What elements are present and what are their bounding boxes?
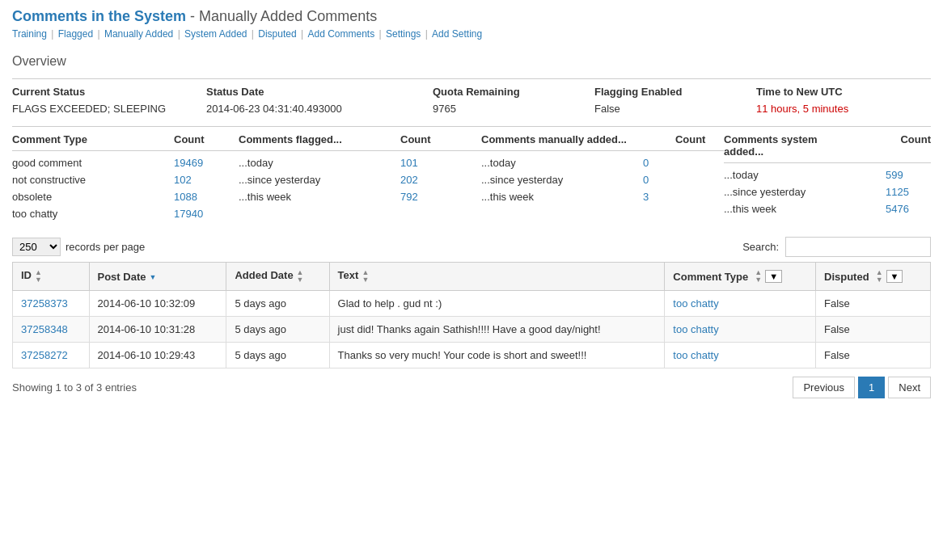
sort-arrows-post_date: ▼ <box>149 274 156 281</box>
nav-separator: | <box>422 28 430 40</box>
td-comment-type: too chatty <box>665 343 816 368</box>
counts-row-count: 1125 <box>886 186 909 198</box>
th-dropdown-btn-disputed[interactable]: ▼ <box>886 270 903 283</box>
flagging-value: False <box>594 103 756 115</box>
counts-row-count: 101 <box>400 157 418 169</box>
td-text: Thanks so very much! Your code is short … <box>329 343 665 368</box>
th-label-id: ID <box>21 269 32 281</box>
th-dropdown-disputed: Disputed▲▼▼ <box>824 269 903 284</box>
counts-col-0: Comment TypeCountgood comment19469not co… <box>12 133 239 222</box>
search-label: Search: <box>742 241 779 253</box>
page-1-button[interactable]: 1 <box>858 377 885 398</box>
counts-row-label: good comment <box>12 157 125 169</box>
counts-row-0-2: obsolete1088 <box>12 188 239 205</box>
nav-links: Training | Flagged | Manually Added | Sy… <box>12 28 931 40</box>
showing-text: Showing 1 to 3 of 3 entries <box>12 381 137 394</box>
counts-row-count: 17940 <box>174 208 203 220</box>
td-added-date: 5 days ago <box>226 317 329 343</box>
nav-link-settings[interactable]: Settings <box>386 28 421 40</box>
counts-col-header-1: Comments flagged...Count <box>239 133 481 151</box>
counts-row-count: 3 <box>643 191 649 203</box>
previous-button[interactable]: Previous <box>793 377 855 398</box>
row-comment-type-link[interactable]: too chatty <box>673 323 718 335</box>
th-dropdown-btn-comment_type[interactable]: ▼ <box>765 270 782 283</box>
data-table: ID▲▼Post Date▼Added Date▲▼Text▲▼Comment … <box>12 262 931 368</box>
time-value: 11 hours, 5 minutes <box>756 103 931 115</box>
td-disputed: False <box>816 291 931 317</box>
counts-row-0-0: good comment19469 <box>12 154 239 171</box>
row-id-link[interactable]: 37258348 <box>21 323 68 335</box>
quota-header: Quota Remaining <box>433 86 594 103</box>
counts-row-label: ...since yesterday <box>481 174 594 186</box>
row-comment-type-link[interactable]: too chatty <box>673 297 718 309</box>
td-disputed: False <box>816 317 931 343</box>
nav-link-disputed[interactable]: Disputed <box>258 28 296 40</box>
row-comment-type-link[interactable]: too chatty <box>673 349 718 361</box>
sort-arrows-id: ▲▼ <box>35 269 42 284</box>
counts-row-label: not constructive <box>12 174 125 186</box>
counts-row-count: 202 <box>400 174 418 186</box>
counts-row-count: 0 <box>643 157 649 169</box>
td-post-date: 2014-06-10 10:32:09 <box>89 291 226 317</box>
counts-row-count: 0 <box>643 174 649 186</box>
page-title: Comments in the System <box>12 8 186 24</box>
row-id-link[interactable]: 37258272 <box>21 349 68 361</box>
counts-count-header: Count <box>675 133 706 145</box>
counts-row-count: 599 <box>886 169 903 181</box>
row-id-link[interactable]: 37258373 <box>21 297 68 309</box>
counts-row-label: ...today <box>724 169 837 181</box>
th-disputed[interactable]: Disputed▲▼▼ <box>816 263 931 291</box>
counts-row-label: ...today <box>239 157 352 169</box>
counts-row-count: 1088 <box>174 191 197 203</box>
nav-link-manually-added[interactable]: Manually Added <box>104 28 173 40</box>
table-row: 372583482014-06-10 10:31:285 days agojus… <box>13 317 931 343</box>
th-post_date[interactable]: Post Date▼ <box>89 263 226 291</box>
td-comment-type: too chatty <box>665 291 816 317</box>
td-added-date: 5 days ago <box>226 291 329 317</box>
counts-row-count: 5476 <box>886 203 909 215</box>
td-text: Glad to help . gud nt :) <box>329 291 665 317</box>
counts-row-label: ...since yesterday <box>239 174 352 186</box>
counts-row-count: 19469 <box>174 157 203 169</box>
records-per-page-select[interactable]: 250 100 50 <box>12 238 61 256</box>
records-per-page-area: 250 100 50 records per page <box>12 238 145 256</box>
nav-separator: | <box>248 28 256 40</box>
search-input[interactable] <box>785 237 931 257</box>
nav-link-add-setting[interactable]: Add Setting <box>432 28 482 40</box>
counts-type-header: Comments manually added... <box>481 133 627 145</box>
th-label-added_date: Added Date <box>235 269 293 281</box>
search-area: Search: <box>742 237 931 257</box>
td-id: 37258373 <box>13 291 90 317</box>
th-comment_type[interactable]: Comment Type▲▼▼ <box>665 263 816 291</box>
td-post-date: 2014-06-10 10:31:28 <box>89 317 226 343</box>
counts-type-header: Comments system added... <box>724 133 852 158</box>
sort-arrows-disputed: ▲▼ <box>876 269 883 284</box>
counts-row-label: obsolete <box>12 191 125 203</box>
sort-arrows-added_date: ▲▼ <box>297 269 304 284</box>
nav-link-flagged[interactable]: Flagged <box>58 28 93 40</box>
nav-link-training[interactable]: Training <box>12 28 47 40</box>
counts-row-label: ...this week <box>724 203 837 215</box>
nav-link-add-comments[interactable]: Add Comments <box>307 28 374 40</box>
counts-count-header: Count <box>400 133 431 145</box>
counts-row-2-0: ...today0 <box>481 154 724 171</box>
page-subtitle: - Manually Added Comments <box>186 8 377 24</box>
next-button[interactable]: Next <box>888 377 931 398</box>
td-added-date: 5 days ago <box>226 343 329 368</box>
td-text: just did! Thanks again Sathish!!!! Have … <box>329 317 665 343</box>
th-id[interactable]: ID▲▼ <box>13 263 90 291</box>
sort-arrows-text: ▲▼ <box>362 269 369 284</box>
counts-col-header-3: Comments system added...Count <box>724 133 931 163</box>
counts-row-1-1: ...since yesterday202 <box>239 171 481 188</box>
counts-row-2-1: ...since yesterday0 <box>481 171 724 188</box>
th-added_date[interactable]: Added Date▲▼ <box>226 263 329 291</box>
nav-link-system-added[interactable]: System Added <box>184 28 247 40</box>
counts-col-2: Comments manually added...Count...today0… <box>481 133 724 222</box>
pagination-area: Showing 1 to 3 of 3 entries Previous 1 N… <box>12 377 931 398</box>
counts-row-1-2: ...this week792 <box>239 188 481 205</box>
counts-col-header-0: Comment TypeCount <box>12 133 239 151</box>
td-id: 37258348 <box>13 317 90 343</box>
overview-section: Overview Current Status Status Date Quot… <box>12 54 931 222</box>
nav-separator: | <box>376 28 384 40</box>
th-text[interactable]: Text▲▼ <box>329 263 665 291</box>
